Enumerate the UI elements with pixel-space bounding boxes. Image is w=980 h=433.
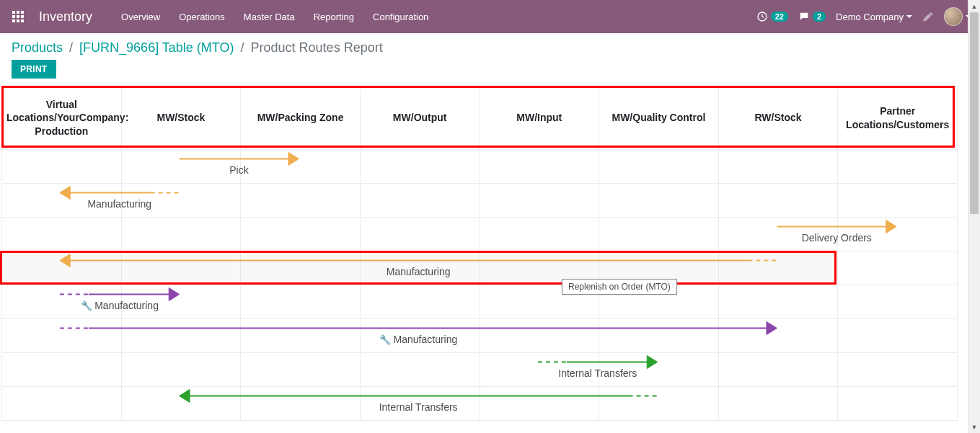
scrollbar-down-icon[interactable]: ▼ <box>968 421 980 433</box>
nav-overview[interactable]: Overview <box>114 7 167 27</box>
route-row <box>2 218 958 251</box>
route-cell <box>121 387 241 421</box>
route-cell <box>718 319 838 353</box>
route-cell <box>241 184 361 218</box>
breadcrumb-product[interactable]: [FURN_9666] Table (MTO) <box>79 40 234 55</box>
route-cell <box>838 150 958 184</box>
route-cell <box>480 387 599 421</box>
route-row <box>2 285 958 319</box>
app-title[interactable]: Inventory <box>39 9 92 24</box>
route-cell <box>480 353 599 387</box>
route-cell <box>360 387 480 421</box>
route-cell <box>718 387 838 421</box>
route-cell <box>121 353 241 387</box>
activity-badge: 22 <box>771 12 788 22</box>
route-cell <box>241 285 361 319</box>
discuss-button[interactable]: 2 <box>798 11 826 22</box>
route-cell <box>241 218 361 251</box>
nav-configuration[interactable]: Configuration <box>366 7 436 27</box>
route-cell <box>838 319 958 353</box>
column-header: MW/Input <box>480 86 599 150</box>
route-cell <box>2 319 122 353</box>
route-cell <box>2 285 122 319</box>
nav-reporting[interactable]: Reporting <box>306 7 361 27</box>
route-cell <box>838 251 958 285</box>
nav-master-data[interactable]: Master Data <box>237 7 302 27</box>
route-cell <box>718 285 838 319</box>
route-cell <box>838 218 958 251</box>
route-cell <box>599 184 719 218</box>
breadcrumb: Products / [FURN_9666] Table (MTO) / Pro… <box>0 33 980 60</box>
route-cell <box>241 319 361 353</box>
scrollbar-up-icon[interactable]: ▲ <box>968 0 980 12</box>
route-cell <box>360 218 480 251</box>
route-cell <box>838 184 958 218</box>
scrollbar[interactable]: ▲ ▼ <box>968 0 980 433</box>
route-cell <box>599 319 719 353</box>
route-cell <box>599 353 719 387</box>
route-cell <box>121 184 241 218</box>
route-cell <box>360 251 480 285</box>
column-header: MW/Stock <box>121 86 241 150</box>
chevron-down-icon <box>906 15 912 18</box>
column-header: MW/Output <box>360 86 480 150</box>
route-cell <box>718 150 838 184</box>
topbar: Inventory Overview Operations Master Dat… <box>0 0 980 33</box>
route-cell <box>121 251 241 285</box>
route-cell <box>241 353 361 387</box>
route-cell <box>241 251 361 285</box>
routes-report: Virtual Locations/YourCompany: Productio… <box>0 86 980 433</box>
route-row <box>2 251 958 285</box>
breadcrumb-current: Product Routes Report <box>251 40 383 55</box>
breadcrumb-products[interactable]: Products <box>12 40 63 55</box>
route-row <box>2 353 958 387</box>
avatar <box>944 7 963 26</box>
route-row <box>2 150 958 184</box>
route-cell <box>241 387 361 421</box>
route-cell <box>480 184 599 218</box>
apps-icon <box>12 11 24 22</box>
route-cell <box>360 353 480 387</box>
topbar-right: 22 2 Demo Company <box>756 7 971 26</box>
route-cell <box>121 150 241 184</box>
route-cell <box>2 184 122 218</box>
company-switcher[interactable]: Demo Company <box>836 12 912 22</box>
clock-icon <box>756 11 768 22</box>
route-cell <box>2 353 122 387</box>
route-cell <box>121 319 241 353</box>
route-cell <box>360 319 480 353</box>
route-cell <box>838 285 958 319</box>
chat-badge: 2 <box>813 12 826 22</box>
print-button[interactable]: PRINT <box>12 60 56 79</box>
activities-button[interactable]: 22 <box>756 11 788 22</box>
routes-table: Virtual Locations/YourCompany: Productio… <box>1 86 958 421</box>
column-header: MW/Packing Zone <box>241 86 361 150</box>
route-cell <box>718 353 838 387</box>
route-cell <box>718 184 838 218</box>
route-cell <box>360 150 480 184</box>
route-cell <box>599 150 719 184</box>
nav-menu: Overview Operations Master Data Reportin… <box>114 7 436 27</box>
route-cell <box>121 285 241 319</box>
scrollbar-thumb[interactable] <box>970 12 979 214</box>
route-cell <box>480 218 599 251</box>
column-header: Partner Locations/Customers <box>838 86 958 150</box>
route-cell <box>241 150 361 184</box>
route-cell <box>360 285 480 319</box>
tooltip: Replenish on Order (MTO) <box>562 279 677 295</box>
route-cell <box>2 150 122 184</box>
route-cell <box>2 387 122 421</box>
chat-icon <box>798 11 810 22</box>
route-cell <box>121 218 241 251</box>
route-cell <box>599 218 719 251</box>
route-cell <box>718 218 838 251</box>
apps-button[interactable] <box>9 7 27 26</box>
route-cell <box>838 353 958 387</box>
route-cell <box>480 150 599 184</box>
route-row <box>2 387 958 421</box>
route-cell <box>718 251 838 285</box>
column-header: MW/Quality Control <box>599 86 719 150</box>
nav-operations[interactable]: Operations <box>172 7 232 27</box>
route-cell <box>838 387 958 421</box>
debug-icon[interactable] <box>922 11 934 22</box>
